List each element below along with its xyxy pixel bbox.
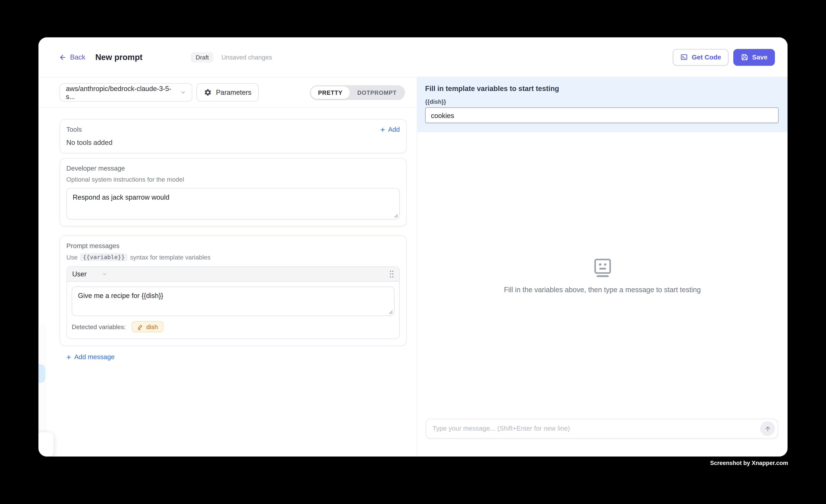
editor-scroll-area[interactable]: Tools Add No tools added Developer messa… (39, 108, 417, 362)
developer-message-card: Developer message Optional system instru… (60, 158, 407, 227)
test-panel: Fill in template variables to start test… (417, 77, 787, 456)
send-message-button[interactable] (760, 421, 775, 436)
add-message-button[interactable]: Add message (66, 353, 115, 361)
tools-title: Tools (66, 126, 82, 133)
chat-input-bar (426, 419, 778, 439)
prompt-messages-hint: Use {{variable}} syntax for template var… (66, 253, 400, 261)
screenshot-stage: Back New prompt Draft Unsaved changes Ge… (0, 0, 826, 504)
editor-panel: aws/anthropic/bedrock-claude-3-5-s... Pa… (39, 77, 417, 456)
developer-message-subtitle: Optional system instructions for the mod… (66, 176, 400, 183)
dish-variable-input[interactable] (425, 107, 779, 123)
plus-icon (380, 127, 386, 132)
parameters-button[interactable]: Parameters (196, 83, 259, 102)
variable-chip-label: dish (146, 323, 158, 330)
message-body: Give me a recipe for {{dish}} Detected v… (67, 281, 399, 338)
detected-variables-label: Detected variables: (72, 323, 126, 330)
dish-variable-label: {{dish}} (425, 99, 779, 105)
sidebar-highlight-peek (39, 364, 45, 383)
watermark-text: Screenshot by Xnapper.com (710, 460, 788, 466)
chevron-down-icon (180, 89, 186, 95)
developer-message-title: Developer message (66, 165, 400, 172)
toggle-dotprompt[interactable]: DOTPROMPT (350, 86, 404, 99)
tools-card: Tools Add No tools added (60, 119, 407, 153)
save-button[interactable]: Save (733, 49, 775, 66)
save-icon (741, 53, 749, 61)
prompt-messages-card: Prompt messages Use {{variable}} syntax … (60, 235, 407, 346)
status-badge: Draft (191, 52, 214, 62)
content-split: aws/anthropic/bedrock-claude-3-5-s... Pa… (39, 77, 787, 456)
template-variables-title: Fill in template variables to start test… (425, 85, 779, 93)
developer-message-textarea[interactable]: Respond as jack sparrow would (66, 188, 400, 219)
header: Back New prompt Draft Unsaved changes Ge… (39, 37, 787, 77)
robot-face-icon (591, 258, 613, 278)
message-textarea[interactable]: Give me a recipe for {{dish}} (72, 287, 395, 316)
gear-icon (204, 88, 212, 96)
view-mode-toggle: PRETTY DOTPROMPT (309, 85, 405, 100)
back-label: Back (70, 53, 85, 61)
tools-empty-text: No tools added (66, 138, 400, 146)
chat-empty-hint: Fill in the variables above, then type a… (504, 286, 701, 294)
plus-icon (66, 354, 72, 360)
arrow-left-icon (59, 54, 66, 61)
page-title: New prompt (95, 52, 142, 62)
get-code-button[interactable]: Get Code (673, 49, 728, 66)
hint-suffix: syntax for template variables (130, 253, 211, 261)
unsaved-changes-label: Unsaved changes (222, 54, 272, 61)
model-select[interactable]: aws/anthropic/bedrock-claude-3-5-s... (60, 83, 192, 102)
detected-variables-row: Detected variables: dish (72, 321, 395, 334)
prompt-messages-title: Prompt messages (66, 242, 400, 250)
arrow-up-icon (764, 425, 771, 432)
add-message-label: Add message (74, 353, 115, 361)
drag-handle[interactable] (389, 270, 394, 278)
chevron-down-icon (102, 271, 108, 277)
add-tool-button[interactable]: Add (380, 126, 400, 133)
back-button[interactable]: Back (59, 53, 85, 61)
message-header: User (67, 267, 399, 282)
variable-chip-dish[interactable]: dish (132, 321, 163, 332)
corner-popover-peek (39, 432, 54, 456)
message-block: User Give me a recipe for {{dish}} (66, 266, 400, 339)
edit-pencil-icon (137, 323, 143, 330)
add-tool-label: Add (388, 126, 400, 133)
get-code-label: Get Code (692, 54, 721, 61)
save-label: Save (752, 54, 768, 61)
variable-syntax-chip: {{variable}} (80, 253, 127, 261)
drag-dots-icon (389, 270, 394, 278)
template-variables-section: Fill in template variables to start test… (417, 77, 787, 132)
toggle-pretty[interactable]: PRETTY (311, 86, 350, 99)
app-window: Back New prompt Draft Unsaved changes Ge… (39, 37, 787, 456)
chat-message-input[interactable] (432, 425, 760, 432)
model-select-value: aws/anthropic/bedrock-claude-3-5-s... (66, 84, 180, 100)
terminal-icon (680, 53, 688, 61)
hint-prefix: Use (66, 253, 78, 261)
role-select[interactable]: User (72, 270, 86, 278)
chat-empty-state: Fill in the variables above, then type a… (417, 132, 787, 456)
parameters-label: Parameters (216, 88, 251, 96)
editor-toolbar: aws/anthropic/bedrock-claude-3-5-s... Pa… (39, 77, 417, 108)
